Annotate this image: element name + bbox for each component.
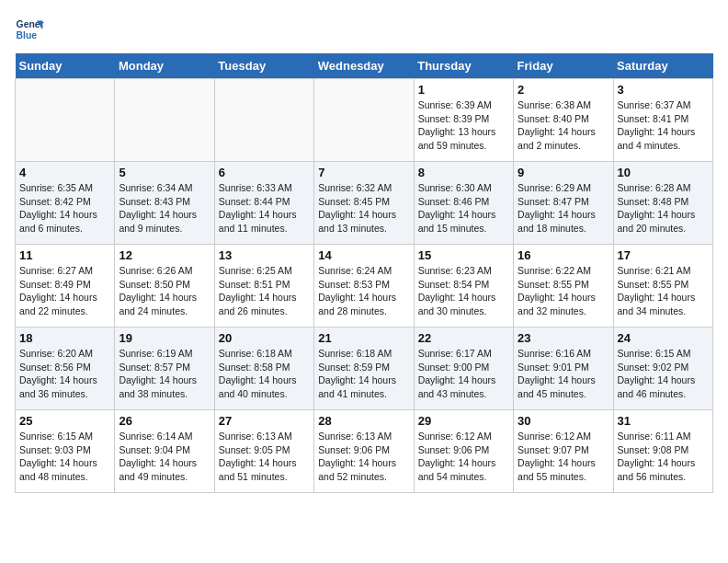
calendar-cell: 13Sunrise: 6:25 AM Sunset: 8:51 PM Dayli… (214, 245, 313, 327)
cell-info: Sunrise: 6:17 AM Sunset: 9:00 PM Dayligh… (418, 347, 509, 401)
date-number: 23 (518, 331, 609, 345)
cell-info: Sunrise: 6:22 AM Sunset: 8:55 PM Dayligh… (518, 264, 609, 318)
date-number: 16 (518, 248, 609, 262)
cell-info: Sunrise: 6:14 AM Sunset: 9:04 PM Dayligh… (119, 430, 210, 484)
calendar-cell: 3Sunrise: 6:37 AM Sunset: 8:41 PM Daylig… (613, 79, 712, 162)
calendar-cell: 2Sunrise: 6:38 AM Sunset: 8:40 PM Daylig… (514, 79, 613, 162)
calendar-cell: 14Sunrise: 6:24 AM Sunset: 8:53 PM Dayli… (314, 245, 414, 327)
cell-info: Sunrise: 6:25 AM Sunset: 8:51 PM Dayligh… (219, 264, 310, 318)
date-number: 2 (518, 83, 609, 97)
cell-info: Sunrise: 6:27 AM Sunset: 8:49 PM Dayligh… (19, 264, 110, 318)
cell-info: Sunrise: 6:23 AM Sunset: 8:54 PM Dayligh… (418, 264, 509, 318)
weekday-header-cell: Friday (514, 53, 613, 79)
calendar-cell: 6Sunrise: 6:33 AM Sunset: 8:44 PM Daylig… (214, 162, 313, 245)
calendar-body: 1Sunrise: 6:39 AM Sunset: 8:39 PM Daylig… (16, 79, 713, 493)
cell-info: Sunrise: 6:18 AM Sunset: 8:58 PM Dayligh… (219, 347, 310, 401)
calendar-cell (214, 79, 313, 162)
cell-info: Sunrise: 6:29 AM Sunset: 8:47 PM Dayligh… (518, 181, 609, 236)
weekday-header-cell: Thursday (414, 53, 513, 79)
calendar-cell: 17Sunrise: 6:21 AM Sunset: 8:55 PM Dayli… (613, 245, 712, 327)
date-number: 11 (19, 248, 110, 262)
date-number: 28 (318, 414, 409, 428)
calendar-cell: 15Sunrise: 6:23 AM Sunset: 8:54 PM Dayli… (414, 245, 513, 327)
date-number: 25 (19, 414, 110, 428)
calendar-cell: 20Sunrise: 6:18 AM Sunset: 8:58 PM Dayli… (214, 327, 313, 410)
page-header: General Blue (15, 15, 713, 44)
cell-info: Sunrise: 6:39 AM Sunset: 8:39 PM Dayligh… (418, 98, 509, 153)
date-number: 18 (19, 331, 110, 345)
cell-info: Sunrise: 6:34 AM Sunset: 8:43 PM Dayligh… (119, 181, 210, 236)
calendar-week-row: 4Sunrise: 6:35 AM Sunset: 8:42 PM Daylig… (16, 162, 713, 245)
calendar-week-row: 11Sunrise: 6:27 AM Sunset: 8:49 PM Dayli… (16, 245, 713, 327)
date-number: 1 (418, 83, 509, 97)
date-number: 7 (318, 166, 409, 179)
date-number: 5 (119, 166, 210, 179)
date-number: 8 (418, 166, 509, 179)
cell-info: Sunrise: 6:13 AM Sunset: 9:06 PM Dayligh… (318, 430, 409, 484)
date-number: 30 (518, 414, 609, 428)
cell-info: Sunrise: 6:20 AM Sunset: 8:56 PM Dayligh… (19, 347, 110, 401)
calendar-week-row: 1Sunrise: 6:39 AM Sunset: 8:39 PM Daylig… (16, 79, 713, 162)
calendar-cell: 18Sunrise: 6:20 AM Sunset: 8:56 PM Dayli… (16, 327, 115, 410)
date-number: 10 (618, 166, 709, 179)
calendar-week-row: 18Sunrise: 6:20 AM Sunset: 8:56 PM Dayli… (16, 327, 713, 410)
weekday-header-cell: Tuesday (214, 53, 313, 79)
calendar-table: SundayMondayTuesdayWednesdayThursdayFrid… (15, 53, 713, 493)
date-number: 26 (119, 414, 210, 428)
cell-info: Sunrise: 6:26 AM Sunset: 8:50 PM Dayligh… (119, 264, 210, 318)
calendar-cell: 26Sunrise: 6:14 AM Sunset: 9:04 PM Dayli… (115, 410, 214, 493)
date-number: 24 (618, 331, 709, 345)
calendar-cell: 31Sunrise: 6:11 AM Sunset: 9:08 PM Dayli… (613, 410, 712, 493)
calendar-cell: 30Sunrise: 6:12 AM Sunset: 9:07 PM Dayli… (514, 410, 613, 493)
calendar-cell: 23Sunrise: 6:16 AM Sunset: 9:01 PM Dayli… (514, 327, 613, 410)
calendar-cell: 9Sunrise: 6:29 AM Sunset: 8:47 PM Daylig… (514, 162, 613, 245)
date-number: 19 (119, 331, 210, 345)
cell-info: Sunrise: 6:33 AM Sunset: 8:44 PM Dayligh… (219, 181, 310, 236)
calendar-cell: 24Sunrise: 6:15 AM Sunset: 9:02 PM Dayli… (613, 327, 712, 410)
cell-info: Sunrise: 6:38 AM Sunset: 8:40 PM Dayligh… (518, 98, 609, 153)
calendar-cell: 16Sunrise: 6:22 AM Sunset: 8:55 PM Dayli… (514, 245, 613, 327)
calendar-cell: 22Sunrise: 6:17 AM Sunset: 9:00 PM Dayli… (414, 327, 513, 410)
cell-info: Sunrise: 6:35 AM Sunset: 8:42 PM Dayligh… (19, 181, 110, 236)
date-number: 9 (518, 166, 609, 179)
cell-info: Sunrise: 6:37 AM Sunset: 8:41 PM Dayligh… (618, 98, 709, 153)
date-number: 22 (418, 331, 509, 345)
date-number: 14 (318, 248, 409, 262)
calendar-cell: 25Sunrise: 6:15 AM Sunset: 9:03 PM Dayli… (16, 410, 115, 493)
cell-info: Sunrise: 6:30 AM Sunset: 8:46 PM Dayligh… (418, 181, 509, 236)
weekday-header-cell: Monday (115, 53, 214, 79)
date-number: 4 (19, 166, 110, 179)
cell-info: Sunrise: 6:15 AM Sunset: 9:02 PM Dayligh… (618, 347, 709, 401)
calendar-cell: 12Sunrise: 6:26 AM Sunset: 8:50 PM Dayli… (115, 245, 214, 327)
logo-icon: General Blue (15, 15, 44, 44)
date-number: 17 (618, 248, 709, 262)
cell-info: Sunrise: 6:11 AM Sunset: 9:08 PM Dayligh… (618, 430, 709, 484)
calendar-cell: 8Sunrise: 6:30 AM Sunset: 8:46 PM Daylig… (414, 162, 513, 245)
calendar-cell (314, 79, 414, 162)
logo: General Blue (15, 15, 44, 44)
calendar-cell: 29Sunrise: 6:12 AM Sunset: 9:06 PM Dayli… (414, 410, 513, 493)
cell-info: Sunrise: 6:13 AM Sunset: 9:05 PM Dayligh… (219, 430, 310, 484)
calendar-cell: 7Sunrise: 6:32 AM Sunset: 8:45 PM Daylig… (314, 162, 414, 245)
cell-info: Sunrise: 6:32 AM Sunset: 8:45 PM Dayligh… (318, 181, 409, 236)
cell-info: Sunrise: 6:15 AM Sunset: 9:03 PM Dayligh… (19, 430, 110, 484)
date-number: 31 (618, 414, 709, 428)
cell-info: Sunrise: 6:12 AM Sunset: 9:07 PM Dayligh… (518, 430, 609, 484)
calendar-cell: 10Sunrise: 6:28 AM Sunset: 8:48 PM Dayli… (613, 162, 712, 245)
calendar-cell: 11Sunrise: 6:27 AM Sunset: 8:49 PM Dayli… (16, 245, 115, 327)
weekday-header-cell: Sunday (16, 53, 115, 79)
date-number: 29 (418, 414, 509, 428)
date-number: 6 (219, 166, 310, 179)
date-number: 20 (219, 331, 310, 345)
cell-info: Sunrise: 6:12 AM Sunset: 9:06 PM Dayligh… (418, 430, 509, 484)
calendar-cell: 4Sunrise: 6:35 AM Sunset: 8:42 PM Daylig… (16, 162, 115, 245)
calendar-cell: 28Sunrise: 6:13 AM Sunset: 9:06 PM Dayli… (314, 410, 414, 493)
cell-info: Sunrise: 6:18 AM Sunset: 8:59 PM Dayligh… (318, 347, 409, 401)
calendar-cell: 19Sunrise: 6:19 AM Sunset: 8:57 PM Dayli… (115, 327, 214, 410)
cell-info: Sunrise: 6:21 AM Sunset: 8:55 PM Dayligh… (618, 264, 709, 318)
weekday-header: SundayMondayTuesdayWednesdayThursdayFrid… (16, 53, 713, 79)
date-number: 15 (418, 248, 509, 262)
cell-info: Sunrise: 6:19 AM Sunset: 8:57 PM Dayligh… (119, 347, 210, 401)
date-number: 21 (318, 331, 409, 345)
calendar-cell: 5Sunrise: 6:34 AM Sunset: 8:43 PM Daylig… (115, 162, 214, 245)
